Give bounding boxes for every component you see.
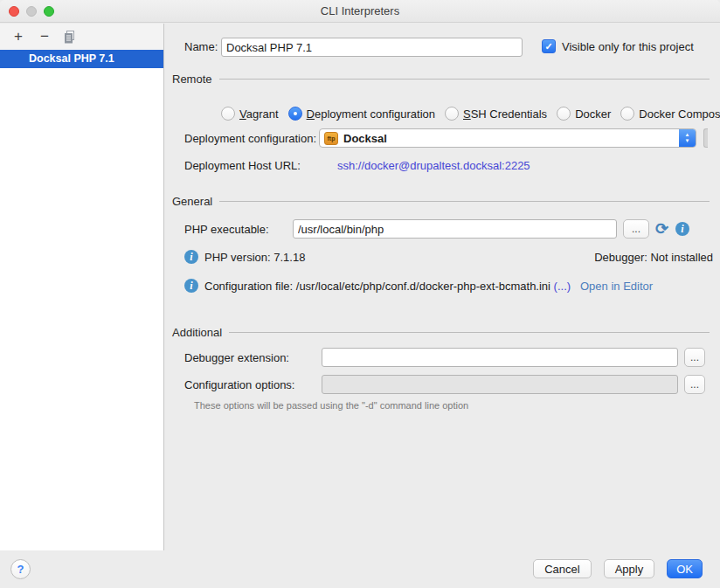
titlebar[interactable]: CLI Interpreters [0, 0, 720, 23]
section-rule [219, 201, 710, 202]
traffic-lights [9, 6, 54, 17]
visible-only-checkbox[interactable]: ✓ [542, 39, 556, 53]
configuration-options-browse-button[interactable]: ... [684, 375, 705, 394]
footer-actions: Cancel Apply OK [533, 559, 703, 578]
debugger-status-text: Debugger: Not installed [594, 251, 713, 264]
configuration-file-info-icon: i [184, 279, 198, 293]
close-window-button[interactable] [9, 6, 19, 17]
additional-section-title: Additional [172, 326, 222, 339]
php-version-text: PHP version: 7.1.18 [204, 251, 305, 264]
debugger-extension-browse-button[interactable]: ... [684, 348, 705, 367]
php-executable-label: PHP executable: [184, 223, 269, 236]
remote-type-radio-group: Vagrant Deployment configuration SSH Cre… [221, 106, 720, 121]
reload-phpinfo-icon[interactable]: ⟳ [655, 221, 668, 237]
visible-only-label: Visible only for this project [562, 40, 694, 53]
debugger-extension-label: Debugger extension: [184, 351, 289, 364]
cli-interpreters-dialog: CLI Interpreters + − Docksal PHP 7.1 Nam… [0, 0, 720, 588]
clipped-browse-button[interactable] [703, 128, 708, 148]
deployment-host-url-label: Deployment Host URL: [184, 159, 301, 172]
ok-button[interactable]: OK [667, 559, 703, 578]
name-label: Name: [184, 40, 218, 53]
radio-circle-selected [288, 107, 302, 121]
sftp-icon: ftp [324, 132, 338, 145]
name-input[interactable] [221, 38, 523, 57]
radio-circle [445, 107, 459, 121]
configuration-options-hint: These options will be passed using the "… [194, 400, 468, 411]
interpreter-list-panel: + − Docksal PHP 7.1 [0, 24, 164, 550]
configuration-file-more-link[interactable]: (...) [554, 280, 571, 293]
radio-circle [620, 107, 634, 121]
deployment-configuration-select[interactable]: ftp Docksal ▲ ▼ [319, 128, 696, 148]
interpreter-list-item[interactable]: Docksal PHP 7.1 [0, 50, 163, 68]
remote-section-title: Remote [172, 73, 212, 86]
dialog-footer: ? Cancel Apply OK [0, 550, 720, 588]
remove-interpreter-button[interactable]: − [37, 30, 52, 44]
radio-docker[interactable]: Docker [557, 106, 611, 121]
remote-section-header: Remote [172, 72, 710, 86]
section-rule [229, 332, 710, 333]
radio-circle [557, 107, 571, 121]
select-stepper-icon[interactable]: ▲ ▼ [679, 129, 696, 147]
configuration-options-input[interactable] [322, 375, 678, 394]
apply-button[interactable]: Apply [604, 559, 655, 578]
php-version-info-icon: i [184, 250, 198, 264]
php-executable-browse-button[interactable]: ... [623, 219, 649, 239]
section-rule [219, 79, 710, 80]
deployment-host-url-value: ssh://docker@drupaltest.docksal:2225 [337, 159, 530, 172]
deployment-configuration-value: Docksal [343, 132, 387, 145]
general-section-header: General [172, 194, 710, 208]
window-title: CLI Interpreters [321, 4, 399, 17]
configuration-file-row: Configuration file: /usr/local/etc/php/c… [204, 280, 653, 293]
interpreter-list-toolbar: + − [0, 24, 163, 50]
interpreter-settings: Name: ✓ Visible only for this project Re… [165, 23, 720, 550]
additional-section-header: Additional [172, 325, 710, 339]
cancel-button[interactable]: Cancel [533, 559, 591, 578]
debugger-extension-input[interactable] [322, 348, 678, 367]
add-interpreter-button[interactable]: + [10, 30, 26, 44]
radio-deployment-configuration[interactable]: Deployment configuration [288, 106, 435, 121]
radio-vagrant[interactable]: Vagrant [221, 106, 279, 121]
open-in-editor-link[interactable]: Open in Editor [580, 280, 653, 293]
help-button[interactable]: ? [10, 559, 31, 579]
configuration-options-label: Configuration options: [184, 378, 294, 391]
configuration-file-text: Configuration file: /usr/local/etc/php/c… [204, 280, 550, 293]
general-section-title: General [172, 195, 212, 208]
radio-docker-compose[interactable]: Docker Compose [620, 106, 720, 121]
php-executable-input[interactable] [293, 219, 617, 239]
show-phpinfo-icon[interactable]: i [675, 222, 689, 236]
checkmark-icon: ✓ [544, 41, 552, 52]
deployment-configuration-label: Deployment configuration: [184, 132, 316, 145]
radio-ssh-credentials[interactable]: SSH Credentials [445, 106, 547, 121]
zoom-window-button[interactable] [44, 6, 54, 17]
minimize-window-button[interactable] [26, 6, 37, 17]
radio-circle [221, 107, 235, 121]
copy-interpreter-icon[interactable] [63, 31, 75, 44]
